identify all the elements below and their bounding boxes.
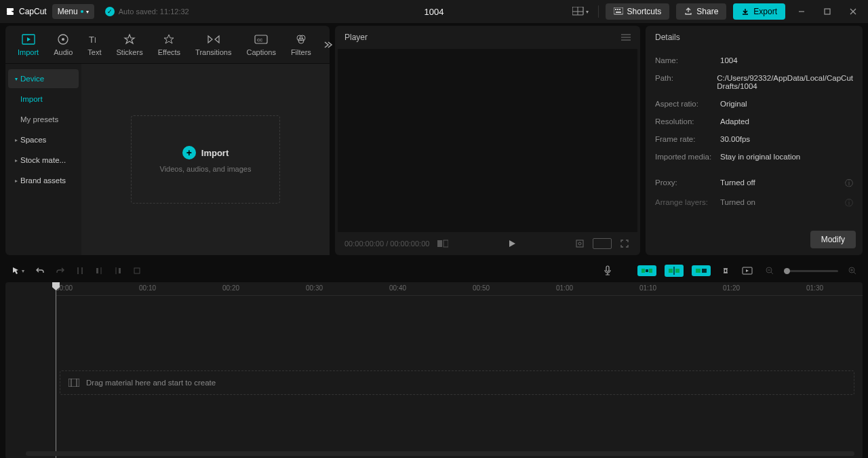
svg-rect-48 [696, 269, 701, 273]
svg-line-58 [854, 272, 856, 274]
close-button[interactable] [844, 2, 863, 21]
separator [598, 5, 599, 18]
player-menu-button[interactable] [621, 33, 631, 41]
media-nav-tabs: Import Audio TI Text Stickers Effects Tr… [5, 26, 330, 64]
caret-down-icon: ▾ [15, 76, 18, 82]
app-name: CapCut [19, 7, 47, 16]
minimize-button[interactable] [792, 2, 811, 21]
sidebar-item-brand[interactable]: ▸Brand assets [8, 171, 79, 190]
details-title: Details [655, 33, 680, 42]
import-button[interactable]: + Import Videos, audios, and images [131, 115, 280, 204]
undo-button[interactable] [34, 265, 46, 277]
magnet-clip-button[interactable] [692, 265, 711, 276]
mic-button[interactable] [602, 264, 613, 278]
pointer-tool[interactable]: ▾ [9, 265, 26, 277]
app-logo: CapCut [5, 6, 47, 17]
stickers-icon [123, 33, 136, 46]
redo-button[interactable] [54, 265, 66, 277]
sidebar-item-spaces[interactable]: ▸Spaces [8, 130, 79, 149]
svg-marker-20 [125, 35, 134, 43]
zoom-slider[interactable] [784, 270, 838, 272]
tab-stickers[interactable]: Stickers [110, 30, 150, 59]
audio-icon [56, 33, 70, 46]
delete-tool[interactable] [132, 265, 142, 277]
trim-right-tool[interactable] [113, 265, 123, 277]
svg-rect-1 [7, 12, 14, 15]
playhead[interactable] [56, 282, 56, 458]
help-icon[interactable]: ⓘ [845, 198, 853, 208]
detail-row-path: Path:C:/Users/92332/AppData/Local/CapCut… [655, 69, 853, 95]
zoom-out-button[interactable] [764, 265, 776, 277]
magnet-main-button[interactable] [637, 265, 656, 276]
export-button[interactable]: Export [733, 3, 785, 20]
tabs-more-button[interactable] [319, 37, 336, 52]
zoom-in-button[interactable] [846, 265, 859, 277]
media-sidebar: ▾Device Import My presets ▸Spaces ▸Stock… [5, 64, 81, 255]
compare-icon[interactable] [436, 238, 450, 249]
plus-icon: + [182, 146, 196, 159]
dot-icon [81, 10, 83, 13]
title-bar: CapCut Menu ▾ ✓ Auto saved: 11:12:32 100… [0, 0, 868, 23]
chevron-down-icon: ▾ [86, 9, 89, 15]
tab-transitions[interactable]: Transitions [189, 30, 238, 59]
tab-audio[interactable]: Audio [47, 30, 79, 59]
timeline-scrollbar[interactable] [26, 451, 854, 456]
svg-rect-42 [642, 269, 645, 273]
tab-captions[interactable]: cc Captions [239, 30, 282, 59]
svg-rect-49 [702, 269, 707, 273]
timeline-ruler[interactable]: 00:00 00:10 00:20 00:30 00:40 00:50 01:0… [56, 282, 863, 296]
svg-rect-6 [615, 9, 616, 10]
timeline-toolbar: ▾ [0, 261, 868, 281]
tab-effects[interactable]: Effects [151, 30, 187, 59]
layout-button[interactable]: ▾ [570, 4, 591, 19]
svg-rect-44 [646, 269, 648, 272]
preview-button[interactable] [741, 265, 755, 276]
help-icon[interactable]: ⓘ [845, 178, 853, 189]
share-button[interactable]: Share [676, 3, 726, 20]
detail-row-aspect: Aspect ratio:Original [655, 95, 853, 113]
modify-button[interactable]: Modify [810, 231, 856, 248]
scale-icon[interactable] [574, 237, 586, 250]
svg-rect-46 [669, 269, 673, 273]
zoom-thumb[interactable] [784, 268, 790, 274]
import-drop-area: + Import Videos, audios, and images [81, 64, 330, 255]
player-title: Player [344, 33, 368, 42]
player-panel: Player 00:00:00:00 / 00:00:00:00 [335, 26, 640, 255]
player-header: Player [335, 26, 640, 49]
player-viewport[interactable] [338, 49, 637, 232]
svg-rect-32 [576, 240, 583, 247]
svg-rect-43 [649, 269, 652, 273]
trim-left-tool[interactable] [94, 265, 104, 277]
sidebar-item-presets[interactable]: My presets [8, 110, 79, 129]
menu-button[interactable]: Menu ▾ [52, 4, 94, 19]
shortcuts-button[interactable]: Shortcuts [606, 3, 670, 20]
link-button[interactable] [719, 265, 732, 277]
timeline[interactable]: 00:00 00:10 00:20 00:30 00:40 00:50 01:0… [5, 282, 863, 458]
magnet-track-button[interactable] [665, 265, 684, 277]
tab-import[interactable]: Import [11, 30, 45, 59]
fullscreen-icon[interactable] [618, 237, 631, 250]
drop-hint-text: Drag material here and start to create [86, 379, 216, 387]
sidebar-item-device[interactable]: ▾Device [8, 69, 79, 88]
detail-row-proxy: Proxy:Turned offⓘ [655, 174, 853, 193]
svg-marker-51 [746, 269, 749, 272]
tab-filters[interactable]: Filters [284, 30, 318, 59]
aspect-ratio-button[interactable] [593, 238, 612, 249]
timeline-drop-track[interactable]: Drag material here and start to create [60, 370, 854, 395]
caret-right-icon: ▸ [15, 137, 18, 143]
details-header: Details [646, 26, 863, 49]
import-icon [22, 33, 35, 46]
split-tool[interactable] [75, 265, 85, 277]
svg-rect-5 [614, 7, 623, 14]
play-button[interactable] [506, 237, 518, 250]
sidebar-item-stock[interactable]: ▸Stock mate... [8, 151, 79, 170]
svg-rect-29 [437, 240, 442, 247]
tab-text[interactable]: TI Text [81, 30, 108, 59]
maximize-button[interactable] [818, 2, 837, 21]
video-track-icon [68, 379, 79, 387]
detail-row-fps: Frame rate:30.00fps [655, 130, 853, 148]
details-panel: Details Name:1004 Path:C:/Users/92332/Ap… [646, 26, 863, 255]
svg-rect-59 [68, 379, 79, 387]
svg-marker-31 [509, 240, 515, 247]
sidebar-item-import[interactable]: Import [8, 90, 79, 109]
